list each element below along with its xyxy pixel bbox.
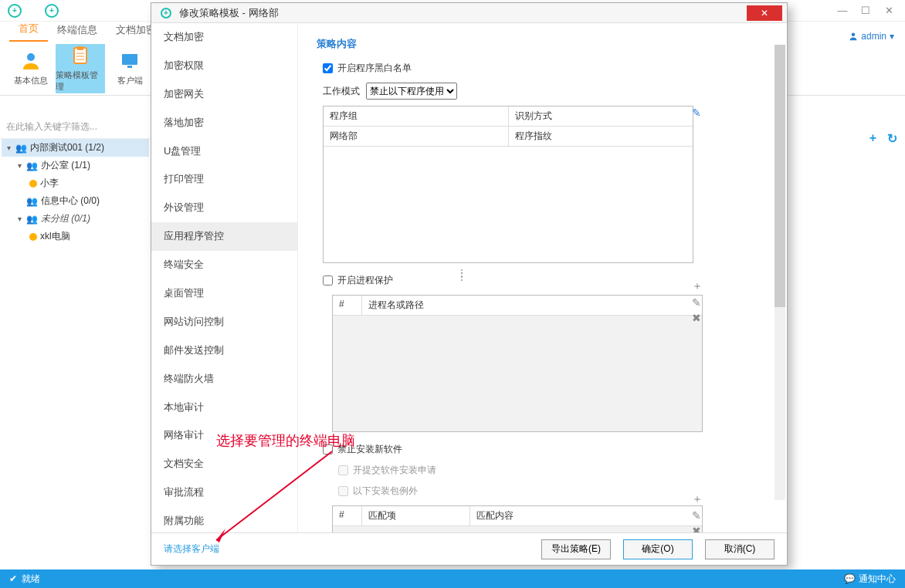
tab-terminal-info[interactable]: 终端信息 [48, 20, 107, 42]
ribbon-policy-label: 策略模板管理 [56, 69, 105, 93]
col-match-content: 匹配内容 [470, 506, 702, 525]
cat-app-control[interactable]: 应用程序管控 [151, 222, 297, 251]
edit-policy-dialog: 修改策略模板 - 网络部 ✕ 文档加密 加密权限 加密网关 落地加密 U盘管理 … [151, 2, 788, 566]
workmode-select[interactable]: 禁止以下程序使用 [366, 83, 457, 100]
cat-peripheral[interactable]: 外设管理 [151, 194, 297, 222]
refresh-button[interactable]: ↻ [887, 131, 897, 146]
notification-label: 通知中心 [859, 573, 896, 586]
tree-node-infocenter[interactable]: ▾ 👥 信息中心 (0/0) [2, 192, 149, 210]
submit-apply-row: 开提交软件安装申请 [317, 464, 765, 477]
users-icon: 👥 [26, 196, 38, 207]
cat-mail-control[interactable]: 邮件发送控制 [151, 336, 297, 365]
cat-addon[interactable]: 附属功能 [151, 507, 297, 532]
collapse-icon[interactable]: ▾ [15, 215, 23, 223]
add-row-icon[interactable]: ＋ [692, 492, 703, 506]
close-button[interactable]: ✕ [883, 5, 894, 16]
maximize-button[interactable]: ☐ [860, 5, 871, 16]
dialog-title: 修改策略模板 - 网络部 [179, 6, 279, 20]
policy-content-panel: 策略内容 开启程序黑白名单 工作模式 禁止以下程序使用 ✎ 程序组 识别方式 网… [298, 23, 787, 532]
tree-node-user-xiaoli[interactable]: 小李 [2, 174, 149, 192]
tab-home[interactable]: 首页 [9, 19, 48, 42]
user-icon [849, 32, 858, 41]
submit-apply-checkbox[interactable] [338, 465, 348, 475]
col-match-item: 匹配项 [362, 506, 470, 525]
status-dot-icon [29, 233, 37, 241]
forbid-install-row: 禁止安装新软件 [317, 443, 765, 456]
select-client-link[interactable]: 请选择客户端 [164, 542, 219, 556]
cat-web-control[interactable]: 网站访问控制 [151, 308, 297, 336]
table-header: # 进程名或路径 [333, 296, 702, 316]
dialog-close-button[interactable]: ✕ [747, 5, 782, 21]
dialog-titlebar[interactable]: 修改策略模板 - 网络部 ✕ [151, 3, 787, 23]
ribbon-policy-template[interactable]: 策略模板管理 [56, 44, 105, 93]
svg-point-1 [27, 53, 35, 61]
tree-label: 小李 [40, 177, 59, 190]
users-icon: 👥 [15, 143, 27, 154]
cancel-button[interactable]: 取消(C) [705, 539, 775, 559]
edit-row-icon[interactable]: ✎ [692, 509, 703, 522]
delete-row-icon[interactable]: ✖ [692, 525, 703, 532]
export-policy-button[interactable]: 导出策略(E) [541, 539, 611, 559]
users-icon: 👥 [26, 161, 38, 171]
ribbon-basic-info[interactable]: 基本信息 [6, 44, 56, 93]
col-recognition: 识别方式 [509, 106, 693, 126]
cat-doc-encrypt[interactable]: 文档加密 [151, 23, 297, 52]
edit-row-icon[interactable]: ✎ [692, 296, 703, 309]
notification-center[interactable]: 💬 通知中心 [844, 573, 896, 586]
content-title: 策略内容 [317, 37, 765, 51]
scrollbar-thumb[interactable] [775, 45, 785, 307]
cat-doc-security[interactable]: 文档安全 [151, 450, 297, 478]
add-row-icon[interactable]: ＋ [692, 279, 703, 293]
cat-desktop[interactable]: 桌面管理 [151, 279, 297, 308]
match-table: # 匹配项 匹配内容 [332, 505, 703, 532]
workmode-row: 工作模式 禁止以下程序使用 [317, 83, 765, 100]
ok-button[interactable]: 确定(O) [623, 539, 693, 559]
check-icon: ✔ [9, 573, 17, 584]
tree-node-ungrouped[interactable]: ▾ 👥 未分组 (0/1) [2, 210, 149, 228]
tree-node-office[interactable]: ▾ 👥 办公室 (1/1) [2, 157, 149, 174]
except-pkg-checkbox[interactable] [338, 486, 348, 496]
cat-terminal-security[interactable]: 终端安全 [151, 251, 297, 279]
collapse-icon[interactable]: ▾ [5, 144, 12, 152]
tree-label: 办公室 (1/1) [41, 159, 90, 172]
cat-usb[interactable]: U盘管理 [151, 137, 297, 166]
table-empty-area [324, 147, 693, 262]
user-name: admin [861, 31, 886, 42]
minimize-button[interactable]: — [837, 5, 848, 16]
col-index: # [333, 296, 362, 315]
dialog-app-icon [161, 8, 171, 19]
splitter-handle[interactable]: ⋮⋮ [456, 272, 467, 278]
cat-network-audit[interactable]: 网络审计 [151, 421, 297, 450]
forbid-install-checkbox[interactable] [323, 444, 333, 455]
tree-node-root[interactable]: ▾ 👥 内部测试001 (1/2) [2, 139, 149, 157]
cat-local-audit[interactable]: 本地审计 [151, 394, 297, 422]
cat-firewall[interactable]: 终端防火墙 [151, 365, 297, 394]
svg-rect-3 [77, 46, 83, 50]
cat-encrypt-perm[interactable]: 加密权限 [151, 52, 297, 80]
col-process-path: 进程名或路径 [362, 296, 702, 315]
blacklist-checkbox[interactable] [323, 63, 333, 73]
except-pkg-label: 以下安装包例外 [353, 485, 418, 498]
table-body-empty [333, 316, 702, 431]
cat-approval[interactable]: 审批流程 [151, 478, 297, 507]
table-row[interactable]: 网络部 程序指纹 [324, 127, 693, 147]
forbid-install-label: 禁止安装新软件 [337, 443, 402, 456]
cell-program-group: 网络部 [324, 127, 509, 146]
svg-point-0 [852, 33, 856, 37]
svg-rect-8 [127, 66, 132, 68]
col-index: # [333, 506, 362, 525]
ribbon-client[interactable]: 客户端 [105, 44, 154, 93]
cat-encrypt-gateway[interactable]: 加密网关 [151, 80, 297, 109]
process-protect-checkbox[interactable] [323, 275, 333, 286]
cat-print[interactable]: 打印管理 [151, 165, 297, 194]
process-table: # 进程名或路径 [332, 295, 703, 432]
right-toolbar: + ↻ [869, 131, 897, 146]
tree-node-user-xkl[interactable]: xkl电脑 [2, 228, 149, 245]
edit-table-icon[interactable]: ✎ [692, 106, 701, 119]
ribbon-basic-label: 基本信息 [14, 75, 48, 86]
cat-landing-encrypt[interactable]: 落地加密 [151, 109, 297, 137]
collapse-icon[interactable]: ▾ [15, 161, 23, 170]
add-button[interactable]: + [869, 131, 876, 146]
user-menu[interactable]: admin ▾ [838, 31, 905, 42]
delete-row-icon[interactable]: ✖ [692, 312, 703, 324]
